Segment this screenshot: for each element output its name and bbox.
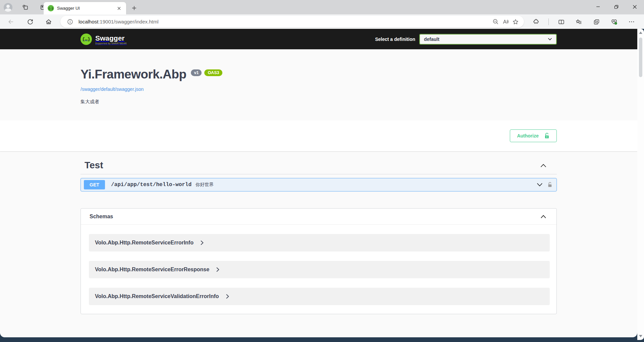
- tag-title: Test: [85, 160, 103, 171]
- extensions-icon[interactable]: [531, 17, 541, 27]
- schemas-collapse-chevron-up-icon[interactable]: [539, 213, 548, 220]
- home-icon[interactable]: [44, 17, 54, 27]
- restore-icon[interactable]: [607, 0, 626, 13]
- schemas-header[interactable]: Schemas: [81, 209, 556, 225]
- tag-header-test[interactable]: Test: [80, 160, 557, 174]
- select-chevron-icon: [548, 38, 552, 41]
- model-name: Volo.Abp.Http.RemoteServiceValidationErr…: [95, 293, 219, 299]
- swagger-favicon-icon: {…}: [48, 5, 54, 11]
- collections-icon[interactable]: [591, 17, 601, 27]
- spec-json-link[interactable]: /swagger/default/swagger.json: [80, 87, 144, 92]
- scrollbar-thumb[interactable]: [639, 38, 642, 77]
- oas3-badge: OAS3: [204, 69, 222, 76]
- operation-path: /api/app/test/hello-world: [111, 182, 192, 188]
- model-name: Volo.Abp.Http.RemoteServiceErrorResponse: [95, 267, 209, 273]
- read-aloud-icon[interactable]: [500, 17, 511, 27]
- browser-toolbar: localhost:19001/swagger/index.html: [0, 14, 644, 29]
- api-description: 集大成者: [80, 99, 557, 105]
- scroll-down-icon[interactable]: [639, 335, 642, 337]
- url-text[interactable]: localhost:19001/swagger/index.html: [78, 19, 490, 24]
- profile-avatar[interactable]: [3, 3, 13, 12]
- refresh-icon[interactable]: [25, 17, 35, 27]
- site-info-icon[interactable]: [65, 17, 75, 27]
- authorize-label: Authorize: [517, 133, 539, 138]
- operation-lock-icon[interactable]: [547, 182, 552, 188]
- model-remote-service-error-info[interactable]: Volo.Abp.Http.RemoteServiceErrorInfo: [89, 234, 550, 251]
- new-tab-icon[interactable]: [129, 3, 139, 13]
- tag-collapse-chevron-up-icon[interactable]: [539, 162, 548, 169]
- toolbar-right-icons: [531, 17, 637, 27]
- schemas-title: Schemas: [90, 214, 113, 220]
- swagger-logo-icon: {…}: [80, 34, 92, 45]
- window-controls: [589, 0, 644, 13]
- split-screen-icon[interactable]: [556, 17, 566, 27]
- operation-chevron-down-icon[interactable]: [537, 183, 543, 187]
- select-definition-label: Select a definition: [375, 37, 415, 42]
- tab-title: Swagger UI: [57, 6, 115, 11]
- browser-titlebar: {…} Swagger UI: [0, 0, 644, 14]
- operation-summary: 你好世界: [196, 182, 214, 188]
- model-chevron-right-icon: [226, 294, 229, 299]
- settings-menu-icon[interactable]: [627, 17, 637, 27]
- swagger-logo[interactable]: {…} Swagger Supported by SMARTBEAR: [80, 34, 127, 45]
- browser-tab-swagger-ui[interactable]: {…} Swagger UI: [44, 2, 126, 14]
- method-badge: GET: [84, 180, 105, 189]
- authorize-button[interactable]: Authorize: [510, 129, 557, 142]
- swagger-topbar: {…} Swagger Supported by SMARTBEAR Selec…: [0, 29, 637, 49]
- model-remote-service-validation-error-info[interactable]: Volo.Abp.Http.RemoteServiceValidationErr…: [89, 288, 550, 305]
- browser-essentials-icon[interactable]: [609, 17, 619, 27]
- model-chevron-right-icon: [216, 267, 220, 272]
- scroll-up-icon[interactable]: [639, 32, 642, 34]
- favorite-star-icon[interactable]: [511, 17, 521, 27]
- definition-select[interactable]: default: [419, 34, 557, 45]
- url-path: :19001/swagger/index.html: [98, 19, 158, 24]
- address-bar[interactable]: localhost:19001/swagger/index.html: [60, 16, 524, 27]
- swagger-brand-tagline: Supported by SMARTBEAR: [95, 42, 127, 45]
- schemas-section: Schemas Volo.Abp.Http.RemoteServiceError…: [80, 208, 557, 314]
- profile-avatar-icon: [4, 3, 12, 12]
- page-scrollbar[interactable]: [637, 29, 644, 340]
- toolbar-divider: [548, 18, 549, 25]
- operation-get-hello-world[interactable]: GET /api/app/test/hello-world 你好世界: [80, 178, 557, 191]
- model-remote-service-error-response[interactable]: Volo.Abp.Http.RemoteServiceErrorResponse: [89, 261, 550, 278]
- scheme-container: Authorize: [0, 120, 637, 151]
- workspaces-icon[interactable]: [21, 3, 30, 12]
- swagger-page: Yi.Framework.Abp v1 OAS3 /swagger/defaul…: [0, 49, 637, 337]
- model-chevron-right-icon: [200, 240, 204, 245]
- api-info: Yi.Framework.Abp v1 OAS3 /swagger/defaul…: [80, 49, 557, 105]
- authorize-unlock-icon: [544, 132, 550, 139]
- zoom-out-icon[interactable]: [490, 17, 500, 27]
- url-host: localhost: [78, 19, 98, 24]
- api-title: Yi.Framework.Abp: [80, 67, 186, 82]
- tab-close-icon[interactable]: [115, 5, 123, 12]
- version-badge: v1: [191, 69, 202, 76]
- model-name: Volo.Abp.Http.RemoteServiceErrorInfo: [95, 240, 194, 246]
- favorites-icon[interactable]: [574, 17, 584, 27]
- operations-section: Test GET /api/app/test/hello-world 你好世界: [80, 160, 557, 191]
- back-icon[interactable]: [6, 17, 16, 27]
- minimize-icon[interactable]: [589, 0, 607, 13]
- close-icon[interactable]: [626, 0, 644, 13]
- swagger-brand-text: Swagger: [95, 35, 127, 42]
- definition-select-value: default: [424, 37, 548, 42]
